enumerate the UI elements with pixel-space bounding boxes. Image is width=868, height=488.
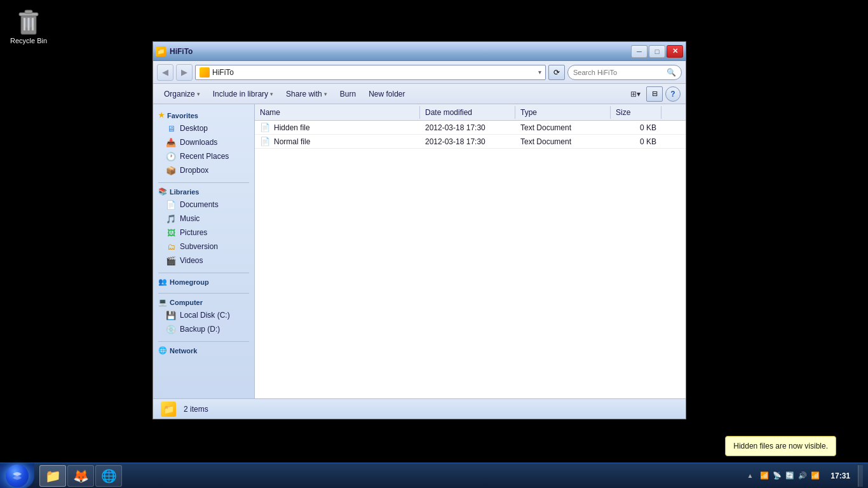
folder-icon: 📁 [156, 46, 166, 57]
maximize-button[interactable]: □ [649, 45, 665, 58]
content-area: ★ Favorites 🖥 Desktop 📥 Downloads 🕐 Rece… [153, 104, 686, 398]
help-button[interactable]: ? [665, 86, 681, 102]
sidebar-libraries-header: 📚 Libraries [153, 186, 254, 198]
sidebar-item-pictures[interactable]: 🖼 Pictures [153, 226, 254, 240]
address-bar: ◀ ▶ HiFiTo ▾ ⟳ 🔍 [153, 61, 686, 84]
sidebar-section-favorites: ★ Favorites 🖥 Desktop 📥 Downloads 🕐 Rece… [153, 109, 254, 177]
taskbar-clock[interactable]: 17:31 [825, 471, 855, 480]
recycle-bin-label: Recycle Bin [10, 37, 47, 44]
sidebar-section-homegroup: 👥 Homegroup [153, 276, 254, 288]
sidebar-divider-4 [158, 341, 249, 342]
sidebar-homegroup-header: 👥 Homegroup [153, 276, 254, 288]
show-desktop-button[interactable] [858, 465, 863, 487]
taskbar-tray: ▲ 📶 📡 🔄 🔊 📶 17:31 [740, 465, 868, 487]
column-name[interactable]: Name [255, 106, 420, 119]
sidebar-item-recent-places[interactable]: 🕐 Recent Places [153, 149, 254, 163]
start-orb [6, 464, 29, 487]
tray-volume-icon[interactable]: 🔊 [797, 471, 808, 481]
status-folder-icon: 📁 [161, 402, 176, 417]
file-size-normal: 0 KB [611, 136, 661, 147]
column-size[interactable]: Size [611, 106, 661, 119]
file-list-header: Name Date modified Type Size [255, 104, 686, 121]
backup-disk-icon: 💿 [166, 324, 176, 334]
taskbar-other-icon: 🌐 [101, 468, 117, 484]
new-folder-button[interactable]: New folder [363, 87, 410, 101]
file-icon-hidden: 📄 [260, 123, 270, 133]
subversion-icon: 🗂 [166, 241, 176, 252]
tray-icons: 📶 📡 🔄 🔊 📶 [757, 471, 823, 481]
close-button[interactable]: ✕ [667, 45, 683, 58]
file-items: 📄 Hidden file 2012-03-18 17:30 Text Docu… [255, 121, 686, 398]
desktop-icon: 🖥 [166, 123, 176, 133]
videos-icon: 🎬 [166, 255, 176, 266]
file-icon-normal: 📄 [260, 137, 270, 147]
search-icon[interactable]: 🔍 [667, 68, 676, 77]
sidebar-item-subversion[interactable]: 🗂 Subversion [153, 240, 254, 254]
recent-places-icon: 🕐 [166, 151, 176, 161]
start-button[interactable] [0, 463, 34, 489]
minimize-button[interactable]: ─ [631, 45, 648, 58]
taskbar: 📁 🦊 🌐 ▲ 📶 📡 🔄 🔊 📶 17:31 [0, 463, 868, 488]
burn-button[interactable]: Burn [334, 87, 362, 101]
address-dropdown-arrow[interactable]: ▾ [538, 69, 541, 76]
toolbar: Organize ▾ Include in library ▾ Share wi… [153, 84, 686, 104]
file-list: Name Date modified Type Size [255, 104, 686, 398]
column-type[interactable]: Type [515, 106, 611, 119]
sidebar-divider-1 [158, 182, 249, 183]
notification-toast: Hidden files are now visible. [725, 436, 836, 456]
refresh-button[interactable]: ⟳ [548, 65, 565, 80]
notification-text: Hidden files are now visible. [733, 442, 828, 451]
view-toggle-button[interactable]: ⊞ ▾ [627, 86, 644, 102]
sidebar-item-documents[interactable]: 📄 Documents [153, 198, 254, 212]
address-text: HiFiTo [212, 68, 536, 77]
file-date-hidden: 2012-03-18 17:30 [420, 122, 515, 133]
tray-bluetooth-icon[interactable]: 📡 [772, 471, 782, 481]
include-in-library-button[interactable]: Include in library ▾ [207, 87, 279, 101]
sidebar-network-header: 🌐 Network [153, 344, 254, 356]
taskbar-explorer-icon: 📁 [45, 468, 61, 484]
tray-network-icon[interactable]: 📶 [759, 471, 770, 481]
sidebar-item-desktop[interactable]: 🖥 Desktop [153, 121, 254, 135]
file-name-normal: 📄 Normal file [255, 135, 420, 148]
column-date-modified[interactable]: Date modified [420, 106, 515, 119]
sidebar-favorites-header: ★ Favorites [153, 109, 254, 121]
taskbar-app-other[interactable]: 🌐 [95, 465, 122, 487]
taskbar-app-explorer[interactable]: 📁 [39, 465, 66, 487]
sidebar-item-local-disk[interactable]: 💾 Local Disk (C:) [153, 308, 254, 322]
sidebar-item-dropbox[interactable]: 📦 Dropbox [153, 163, 254, 177]
forward-button[interactable]: ▶ [176, 64, 193, 81]
sidebar: ★ Favorites 🖥 Desktop 📥 Downloads 🕐 Rece… [153, 104, 255, 398]
preview-pane-button[interactable]: ⊟ [646, 86, 663, 102]
search-input[interactable] [573, 69, 664, 76]
search-box[interactable]: 🔍 [567, 65, 682, 80]
title-bar-left: 📁 HiFiTo [156, 46, 193, 57]
sidebar-item-backup-disk[interactable]: 💿 Backup (D:) [153, 322, 254, 336]
tray-wifi-icon[interactable]: 📶 [810, 471, 820, 481]
pictures-icon: 🖼 [166, 227, 176, 238]
share-with-button[interactable]: Share with ▾ [280, 87, 333, 101]
address-input-wrapper[interactable]: HiFiTo ▾ [195, 65, 546, 80]
sidebar-divider-2 [158, 273, 249, 273]
desktop: Recycle Bin 📁 HiFiTo ─ □ ✕ ◀ ▶ HiFiTo ▾ [0, 0, 868, 488]
tray-expand-arrow[interactable]: ▲ [745, 471, 754, 480]
back-button[interactable]: ◀ [157, 64, 173, 81]
file-type-hidden: Text Document [515, 122, 611, 133]
file-row-hidden[interactable]: 📄 Hidden file 2012-03-18 17:30 Text Docu… [255, 121, 686, 135]
tray-sync-icon[interactable]: 🔄 [785, 471, 795, 481]
title-bar: 📁 HiFiTo ─ □ ✕ [153, 42, 686, 61]
file-date-normal: 2012-03-18 17:30 [420, 136, 515, 147]
explorer-window: 📁 HiFiTo ─ □ ✕ ◀ ▶ HiFiTo ▾ ⟳ 🔍 [153, 41, 686, 419]
sidebar-item-videos[interactable]: 🎬 Videos [153, 254, 254, 268]
status-bar: 📁 2 items [153, 398, 686, 419]
clock-time: 17:31 [831, 471, 850, 480]
recycle-bin-icon[interactable]: Recycle Bin [6, 6, 51, 47]
sidebar-item-downloads[interactable]: 📥 Downloads [153, 135, 254, 149]
svg-point-6 [24, 18, 34, 28]
organize-button[interactable]: Organize ▾ [158, 87, 206, 101]
sidebar-divider-3 [158, 293, 249, 294]
taskbar-app-firefox[interactable]: 🦊 [67, 465, 94, 487]
file-row-normal[interactable]: 📄 Normal file 2012-03-18 17:30 Text Docu… [255, 135, 686, 149]
window-title: HiFiTo [170, 47, 193, 56]
sidebar-item-music[interactable]: 🎵 Music [153, 212, 254, 226]
sidebar-computer-header: 💻 Computer [153, 296, 254, 308]
